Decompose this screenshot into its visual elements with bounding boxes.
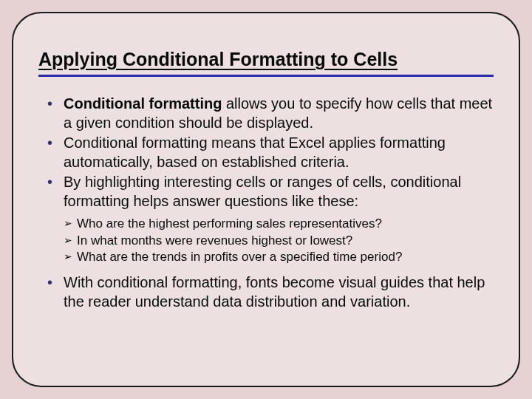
bullet-item: By highlighting interesting cells or ran… [38,173,494,211]
sub-bullet-item: What are the trends in profits over a sp… [64,249,494,266]
sub-bullet-text: What are the trends in profits over a sp… [77,250,402,264]
bullet-item: With conditional formatting, fonts becom… [38,273,494,311]
main-bullet-list: Conditional formatting allows you to spe… [38,95,494,211]
sub-bullet-text: Who are the highest performing sales rep… [77,216,382,231]
slide-title: Applying Conditional Formatting to Cells [38,49,494,70]
bullet-item: Conditional formatting allows you to spe… [38,95,494,132]
title-underline-rule [38,75,494,77]
bullet-item: Conditional formatting means that Excel … [38,134,494,171]
sub-bullet-item: Who are the highest performing sales rep… [64,216,494,233]
bullet-text: By highlighting interesting cells or ran… [64,174,461,209]
bullet-bold-term: Conditional formatting [64,95,222,112]
sub-bullet-item: In what months were revenues highest or … [64,233,494,250]
sub-bullet-text: In what months were revenues highest or … [77,233,352,248]
slide-card: Applying Conditional Formatting to Cells… [12,12,520,387]
main-bullet-list-continued: With conditional formatting, fonts becom… [38,273,494,311]
sub-bullet-list: Who are the highest performing sales rep… [38,216,494,267]
bullet-text: Conditional formatting means that Excel … [64,134,446,170]
bullet-text: With conditional formatting, fonts becom… [64,274,485,310]
